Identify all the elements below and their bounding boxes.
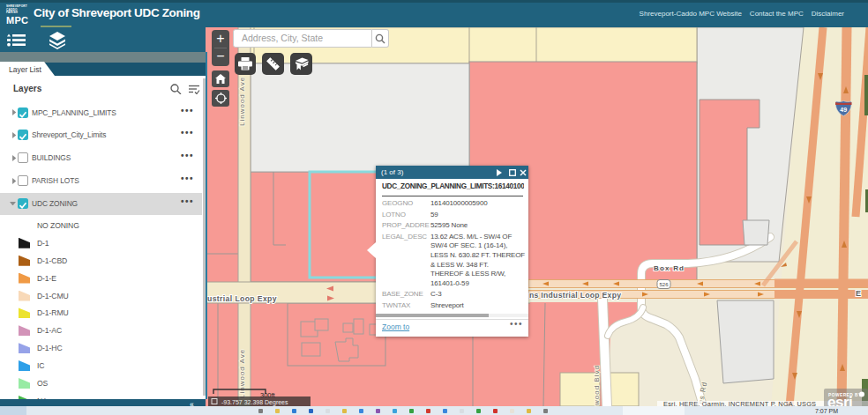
svg-text:Linwood Ave: Linwood Ave: [238, 349, 246, 398]
svg-text:E: E: [856, 289, 861, 298]
svg-text:ns Industrial Loop Expy: ns Industrial Loop Expy: [529, 291, 621, 300]
svg-text:49: 49: [840, 107, 847, 113]
svg-text:526: 526: [659, 282, 669, 287]
svg-text:Box Rd: Box Rd: [654, 264, 685, 272]
svg-text:wood Blvd: wood Blvd: [593, 365, 601, 406]
svg-text:-93.757 32.398 Degrees: -93.757 32.398 Degrees: [221, 399, 288, 406]
svg-text:ustrial Loop Expy: ustrial Loop Expy: [207, 294, 277, 303]
svg-text:esri: esri: [827, 394, 852, 406]
svg-text:Esri, HERE, Garmin, INCREMENT: Esri, HERE, Garmin, INCREMENT P, NGA, US…: [663, 400, 816, 406]
svg-text:Linwood Ave: Linwood Ave: [238, 77, 246, 126]
